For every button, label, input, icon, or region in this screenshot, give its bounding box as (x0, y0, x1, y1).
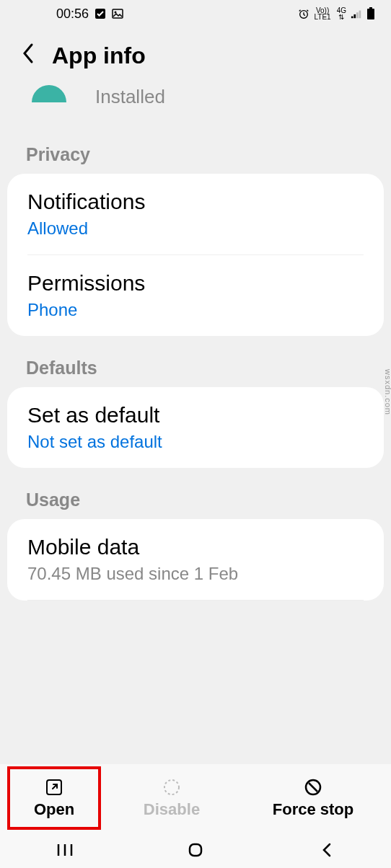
usage-card: Mobile data 70.45 MB used since 1 Feb (7, 519, 384, 601)
force-stop-button[interactable]: Force stop (242, 766, 384, 830)
status-bar: 00:56 Vo)) LTE1 4G ⇅ (0, 0, 391, 27)
recents-button[interactable] (36, 843, 94, 857)
battery-icon (365, 8, 377, 19)
volte-indicator: Vo)) LTE1 (314, 7, 330, 20)
mobile-data-item[interactable]: Mobile data 70.45 MB used since 1 Feb (7, 519, 384, 600)
home-button[interactable] (167, 841, 224, 859)
status-left: 00:56 (56, 6, 123, 22)
permissions-value: Phone (27, 300, 364, 320)
navigation-bar (0, 832, 391, 868)
installed-label: Installed (95, 86, 165, 108)
back-icon[interactable] (20, 42, 35, 70)
force-stop-label: Force stop (273, 800, 353, 819)
status-time: 00:56 (56, 6, 89, 22)
set-default-value: Not set as default (27, 432, 364, 452)
notifications-item[interactable]: Notifications Allowed (7, 174, 384, 254)
svg-rect-17 (190, 844, 201, 856)
disable-label: Disable (144, 800, 200, 819)
set-default-title: Set as default (27, 403, 364, 428)
open-button[interactable]: Open (7, 766, 101, 830)
network-indicator: 4G ⇅ (337, 7, 346, 20)
checkbox-icon (95, 8, 106, 19)
privacy-section-header: Privacy (0, 123, 391, 174)
bottom-action-bar: Open Disable Force stop (0, 764, 391, 832)
permissions-title: Permissions (27, 271, 364, 296)
mobile-data-value: 70.45 MB used since 1 Feb (27, 564, 364, 584)
app-summary-row: Installed (0, 90, 391, 123)
open-icon (44, 777, 64, 797)
svg-rect-7 (359, 11, 361, 19)
divider (27, 600, 364, 601)
mobile-data-title: Mobile data (27, 535, 364, 559)
notifications-value: Allowed (27, 218, 364, 239)
image-icon (112, 8, 123, 19)
svg-rect-6 (356, 12, 359, 18)
alarm-icon (298, 8, 309, 19)
usage-section-header: Usage (0, 468, 391, 519)
disable-icon (162, 777, 182, 797)
svg-rect-4 (351, 17, 353, 19)
svg-rect-9 (367, 9, 374, 19)
disable-button[interactable]: Disable (101, 766, 242, 830)
notifications-title: Notifications (27, 190, 364, 214)
privacy-card: Notifications Allowed Permissions Phone (7, 174, 384, 336)
back-button[interactable] (297, 841, 355, 859)
defaults-card: Set as default Not set as default (7, 387, 384, 468)
set-default-item[interactable]: Set as default Not set as default (7, 387, 384, 468)
permissions-item[interactable]: Permissions Phone (7, 255, 384, 336)
header: App info (0, 27, 391, 90)
svg-rect-8 (369, 7, 372, 9)
status-right: Vo)) LTE1 4G ⇅ (298, 7, 377, 20)
defaults-section-header: Defaults (0, 336, 391, 387)
svg-rect-5 (353, 14, 356, 18)
signal-icon (351, 8, 362, 19)
svg-point-11 (164, 780, 179, 794)
svg-rect-1 (113, 9, 123, 18)
watermark: wsxdn.com (384, 369, 391, 415)
page-title: App info (52, 43, 146, 69)
force-stop-icon (303, 777, 323, 797)
open-label: Open (34, 800, 74, 819)
svg-line-13 (309, 783, 317, 792)
